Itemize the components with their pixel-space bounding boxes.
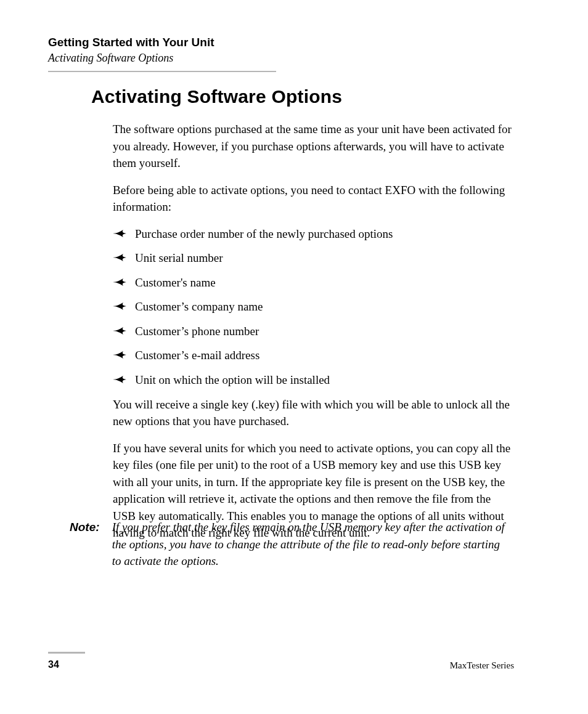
list-item: Customer’s company name: [113, 298, 513, 315]
list-item-text: Customer's name: [135, 276, 216, 289]
list-item: Customer's name: [113, 274, 513, 291]
arrowhead-icon: [113, 278, 126, 286]
page-title: Activating Software Options: [91, 86, 342, 107]
arrowhead-icon: [113, 351, 126, 359]
note-block: Note: If you prefer that the key files r…: [70, 519, 513, 570]
list-item-text: Customer’s e-mail address: [135, 349, 259, 362]
arrowhead-icon: [113, 230, 126, 237]
list-item: Unit serial number: [113, 249, 513, 267]
series-label: MaxTester Series: [450, 660, 514, 671]
running-header: Getting Started with Your Unit Activatin…: [48, 36, 540, 72]
paragraph: You will receive a single key (.key) fil…: [113, 396, 513, 430]
footer-divider: [48, 652, 85, 654]
list-item-text: Purchase order number of the newly purch…: [135, 227, 393, 240]
list-item-text: Unit on which the option will be install…: [135, 373, 330, 386]
bullet-list: Purchase order number of the newly purch…: [113, 225, 513, 389]
header-divider: [48, 71, 276, 72]
note-label: Note:: [70, 519, 109, 536]
list-item-text: Customer’s company name: [135, 300, 263, 313]
list-item-text: Unit serial number: [135, 251, 223, 264]
list-item: Customer’s e-mail address: [113, 347, 513, 364]
chapter-title: Getting Started with Your Unit: [48, 36, 540, 49]
page-number: 34: [48, 659, 59, 670]
paragraph: The software options purchased at the sa…: [113, 121, 513, 172]
arrowhead-icon: [113, 376, 126, 383]
list-item-text: Customer’s phone number: [135, 325, 259, 338]
note-text: If you prefer that the key files remain …: [112, 519, 510, 570]
list-item: Unit on which the option will be install…: [113, 371, 513, 389]
document-page: Getting Started with Your Unit Activatin…: [0, 0, 588, 714]
section-subtitle: Activating Software Options: [48, 52, 540, 65]
arrowhead-icon: [113, 254, 126, 261]
paragraph: Before being able to activate options, y…: [113, 182, 513, 216]
list-item: Purchase order number of the newly purch…: [113, 225, 513, 243]
list-item: Customer’s phone number: [113, 323, 513, 340]
arrowhead-icon: [113, 327, 126, 335]
body-content: The software options purchased at the sa…: [113, 121, 513, 551]
arrowhead-icon: [113, 302, 126, 310]
